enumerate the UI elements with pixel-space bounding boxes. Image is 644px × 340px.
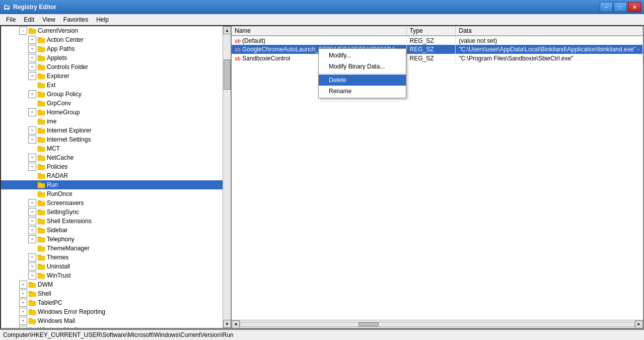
tree-item[interactable]: +Internet Settings xyxy=(1,135,223,144)
folder-icon xyxy=(37,253,45,261)
menu-edit[interactable]: Edit xyxy=(20,15,38,24)
tree-item[interactable]: +Controls Folder xyxy=(1,62,223,72)
tree-expander[interactable]: + xyxy=(19,281,27,289)
tree-item-label: Group Policy xyxy=(47,91,82,98)
tree-item[interactable]: +Shell xyxy=(1,289,223,298)
tree-item[interactable]: +WinTrust xyxy=(1,271,223,280)
tree-scroll-handle[interactable] xyxy=(224,59,231,90)
tree-item[interactable]: +Themes xyxy=(1,253,223,262)
tree-expander[interactable]: + xyxy=(28,253,36,261)
tree-item[interactable]: +TabletPC xyxy=(1,298,223,307)
tree-panel[interactable]: −CurrentVersion+Action Center+App Paths+… xyxy=(1,26,232,328)
table-row[interactable]: abSandboxieControlREG_SZ"C:\Program File… xyxy=(232,54,643,63)
tree-expander[interactable] xyxy=(28,172,36,180)
tree-item[interactable]: ThemeManager xyxy=(1,244,223,253)
tree-expander[interactable]: + xyxy=(28,262,36,270)
tree-expander[interactable]: + xyxy=(19,299,27,307)
tree-item-label: Internet Settings xyxy=(47,136,91,143)
tree-item[interactable]: +Screensavers xyxy=(1,198,223,208)
tree-item[interactable]: −CurrentVersion xyxy=(1,26,223,35)
maximize-button[interactable]: □ xyxy=(614,2,627,12)
table-row[interactable]: abGoogleChromeAutoLaunch_E826445BA2EC518… xyxy=(232,45,643,54)
menu-file[interactable]: File xyxy=(2,15,20,24)
tree-expander[interactable]: + xyxy=(28,199,36,207)
tree-item[interactable]: GrpConv xyxy=(1,99,223,108)
tree-item[interactable]: RADAR xyxy=(1,171,223,180)
tree-expander[interactable] xyxy=(28,244,36,252)
tree-expander[interactable]: + xyxy=(28,45,36,53)
menu-view[interactable]: View xyxy=(38,15,59,24)
tree-item[interactable]: +Windows Error Reporting xyxy=(1,307,223,316)
tree-item[interactable]: +Windows Mail xyxy=(1,316,223,325)
table-row[interactable]: ab(Default)REG_SZ(value not set) xyxy=(232,36,643,45)
tree-expander[interactable]: + xyxy=(28,126,36,134)
tree-expander[interactable]: + xyxy=(28,154,36,162)
tree-item[interactable]: +Applets xyxy=(1,53,223,62)
tree-expander[interactable] xyxy=(28,190,36,198)
tree-expander[interactable]: + xyxy=(28,135,36,144)
tree-item[interactable]: +Windows Media xyxy=(1,325,223,328)
tree-expander[interactable]: + xyxy=(19,290,27,298)
menu-favorites[interactable]: Favorites xyxy=(59,15,92,24)
tree-expander[interactable]: + xyxy=(19,326,27,328)
tree-expander[interactable]: + xyxy=(28,208,36,216)
tree-expander[interactable]: + xyxy=(28,226,36,234)
folder-icon xyxy=(37,81,45,89)
tree-expander[interactable]: + xyxy=(28,163,36,171)
tree-expander[interactable]: − xyxy=(19,27,27,35)
tree-expander[interactable]: + xyxy=(28,108,36,116)
tree-item[interactable]: Run xyxy=(1,180,223,189)
h-scroll-left[interactable]: ◄ xyxy=(232,320,240,328)
tree-expander[interactable] xyxy=(28,145,36,153)
tree-item[interactable]: +HomeGroup xyxy=(1,108,223,117)
tree-item[interactable]: RunOnce xyxy=(1,189,223,198)
tree-expander[interactable] xyxy=(28,117,36,125)
tree-item[interactable]: Ext xyxy=(1,81,223,90)
col-name[interactable]: Name xyxy=(232,26,406,36)
tree-expander[interactable]: + xyxy=(28,217,36,225)
ctx-item[interactable]: Modify Binary Data... xyxy=(319,61,406,72)
h-scroll-handle[interactable] xyxy=(359,322,379,326)
tree-expander[interactable]: + xyxy=(28,54,36,62)
tree-expander[interactable]: + xyxy=(28,36,36,44)
menu-help[interactable]: Help xyxy=(92,15,113,24)
tree-item-label: Explorer xyxy=(47,73,69,80)
ctx-item[interactable]: Rename xyxy=(319,86,406,97)
col-type[interactable]: Type xyxy=(406,26,456,36)
ctx-item[interactable]: Delete xyxy=(319,75,406,86)
tree-item[interactable]: +DWM xyxy=(1,280,223,289)
tree-item[interactable]: MCT xyxy=(1,144,223,153)
tree-expander[interactable]: + xyxy=(28,271,36,280)
tree-expander[interactable]: + xyxy=(28,235,36,243)
tree-item[interactable]: +Action Center xyxy=(1,35,223,44)
tree-item[interactable]: +Uninstall xyxy=(1,262,223,271)
minimize-button[interactable]: ─ xyxy=(600,2,613,12)
tree-item[interactable]: +SettingSync xyxy=(1,208,223,217)
tree-item[interactable]: +Policies xyxy=(1,162,223,171)
folder-icon xyxy=(37,90,45,98)
tree-expander[interactable] xyxy=(28,99,36,107)
registry-table[interactable]: Name Type Data ab(Default)REG_SZ(value n… xyxy=(232,26,643,320)
tree-item[interactable]: +Sidebar xyxy=(1,226,223,235)
tree-expander[interactable]: + xyxy=(28,90,36,98)
col-data[interactable]: Data xyxy=(456,26,643,36)
tree-expander[interactable]: + xyxy=(28,63,36,71)
tree-item[interactable]: +Explorer xyxy=(1,72,223,81)
tree-scroll-up[interactable]: ▲ xyxy=(223,26,231,34)
tree-scroll-down[interactable]: ▼ xyxy=(223,320,231,328)
tree-item[interactable]: +Telephony xyxy=(1,235,223,244)
tree-expander[interactable]: + xyxy=(19,308,27,316)
tree-item[interactable]: +App Paths xyxy=(1,44,223,53)
tree-expander[interactable]: + xyxy=(28,72,36,80)
ctx-item[interactable]: Modify... xyxy=(319,50,406,61)
tree-item[interactable]: +Shell Extensions xyxy=(1,217,223,226)
tree-expander[interactable]: + xyxy=(19,317,27,325)
tree-expander[interactable] xyxy=(28,81,36,89)
tree-item[interactable]: +Internet Explorer xyxy=(1,126,223,135)
tree-item[interactable]: +Group Policy xyxy=(1,90,223,99)
close-button[interactable]: ✕ xyxy=(628,2,641,12)
h-scroll-right[interactable]: ► xyxy=(635,320,643,328)
tree-item[interactable]: ime xyxy=(1,117,223,126)
tree-expander[interactable] xyxy=(28,181,36,189)
tree-item[interactable]: +NetCache xyxy=(1,153,223,162)
